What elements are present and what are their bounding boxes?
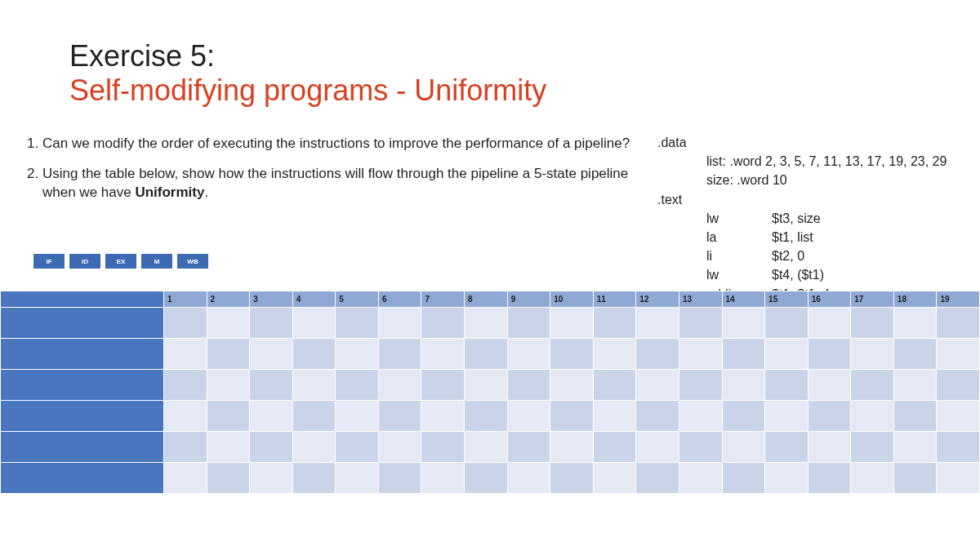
- stage-wb: WB: [176, 253, 209, 269]
- table-row: [1, 339, 980, 370]
- header-empty: [1, 291, 164, 308]
- col-header: 2: [207, 291, 250, 308]
- code-list-line: list: .word 2, 3, 5, 7, 11, 13, 17, 19, …: [706, 152, 947, 171]
- col-header: 14: [722, 291, 765, 308]
- row-label: [1, 370, 164, 401]
- table-row: [1, 401, 980, 432]
- col-header: 6: [378, 291, 421, 308]
- col-header: 8: [465, 291, 508, 308]
- col-header: 5: [336, 291, 379, 308]
- row-label: [1, 339, 164, 370]
- col-header: 1: [164, 291, 207, 308]
- col-header: 3: [250, 291, 293, 308]
- question-list: Can we modify the order of executing the…: [10, 135, 630, 214]
- col-header: 16: [808, 291, 851, 308]
- col-header: 17: [851, 291, 894, 308]
- pipeline-stage-legend: IF ID EX M WB: [33, 253, 209, 269]
- col-header: 4: [292, 291, 336, 308]
- stage-if: IF: [33, 253, 65, 269]
- col-header: 15: [765, 291, 808, 308]
- table-row: [1, 370, 980, 401]
- table-row: [1, 432, 980, 463]
- instr-row: li$t2, 0: [706, 247, 947, 265]
- slide-title: Exercise 5: Self-modifying programs - Un…: [69, 39, 546, 108]
- table-row: [1, 463, 980, 494]
- pipeline-table: 1 2 3 4 5 6 7 8 9 10 11 12 13 14 15 16 1…: [0, 291, 980, 494]
- col-header: 9: [507, 291, 550, 308]
- question-1: Can we modify the order of executing the…: [42, 135, 630, 153]
- instr-row: la$t1, list: [706, 228, 947, 247]
- row-label: [1, 432, 164, 463]
- row-label: [1, 308, 164, 339]
- code-size-line: size: .word 10: [706, 171, 947, 189]
- col-header: 10: [550, 291, 594, 308]
- assembly-code: .data list: .word 2, 3, 5, 7, 11, 13, 17…: [657, 133, 947, 304]
- title-line-2: Self-modifying programs - Uniformity: [69, 73, 546, 108]
- stage-id: ID: [69, 253, 101, 269]
- row-label: [1, 463, 164, 494]
- col-header: 12: [636, 291, 679, 308]
- col-header: 19: [937, 291, 980, 308]
- row-label: [1, 401, 164, 432]
- table-row: [1, 308, 980, 339]
- title-line-1: Exercise 5:: [69, 39, 546, 73]
- stage-ex: EX: [105, 253, 137, 269]
- col-header: 7: [421, 291, 465, 308]
- stage-m: M: [140, 253, 173, 269]
- table-header-row: 1 2 3 4 5 6 7 8 9 10 11 12 13 14 15 16 1…: [1, 291, 980, 308]
- instr-row: lw$t3, size: [706, 209, 947, 228]
- instr-row: lw$t4, ($t1): [706, 265, 947, 284]
- col-header: 13: [679, 291, 722, 308]
- data-section-label: .data: [657, 133, 706, 152]
- col-header: 11: [593, 291, 636, 308]
- question-2: Using the table below, show how the inst…: [42, 165, 630, 202]
- text-section-label: .text: [657, 190, 706, 209]
- col-header: 18: [893, 291, 937, 308]
